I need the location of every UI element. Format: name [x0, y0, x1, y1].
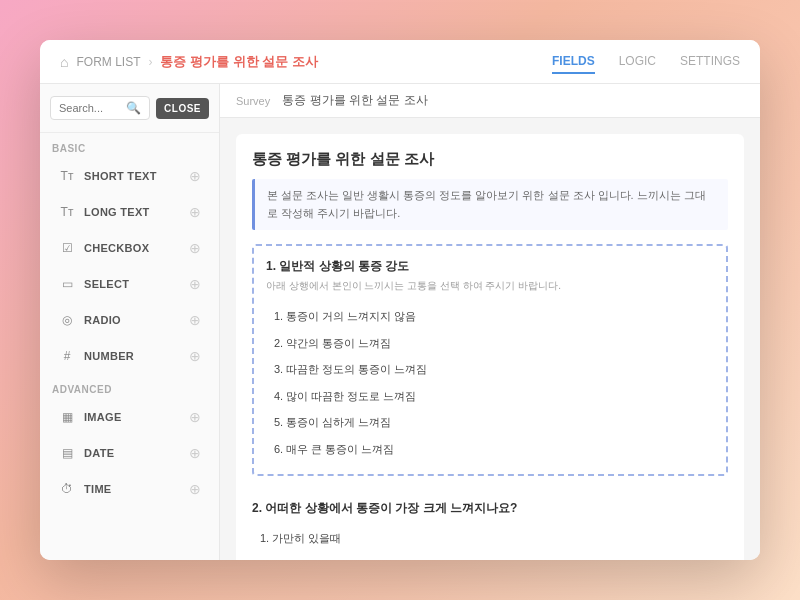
survey-bar-label: Survey: [236, 95, 270, 107]
question-1-subtitle: 아래 상행에서 본인이 느끼시는 고통을 선택 하여 주시기 바랍니다.: [266, 279, 714, 293]
field-item-number[interactable]: # NUMBER ⊕: [46, 339, 213, 373]
search-input[interactable]: [59, 102, 122, 114]
question-block-2: 2. 어떠한 상황에서 통증이 가장 크게 느껴지나요? 1. 가만히 있을때 …: [252, 488, 728, 560]
question-1-option-2[interactable]: 2. 약간의 통증이 느껴짐: [266, 330, 714, 357]
date-label: DATE: [84, 447, 114, 459]
search-area: 🔍 CLOSE: [40, 84, 219, 133]
field-item-short-text[interactable]: Tт SHORT TEXT ⊕: [46, 159, 213, 193]
question-2-option-2[interactable]: 2. 움직일때: [252, 552, 728, 560]
question-1-option-1[interactable]: 1. 통증이 거의 느껴지지 않음: [266, 303, 714, 330]
image-label: IMAGE: [84, 411, 122, 423]
time-add-icon[interactable]: ⊕: [189, 482, 201, 496]
number-label: NUMBER: [84, 350, 134, 362]
form-list-link[interactable]: FORM LIST: [76, 55, 140, 69]
question-1-option-4[interactable]: 4. 많이 따끔한 정도로 느껴짐: [266, 383, 714, 410]
short-text-icon: Tт: [58, 167, 76, 185]
header-tabs: FIELDS LOGIC SETTINGS: [552, 50, 740, 74]
current-form-title: 통증 평가를 위한 설문 조사: [160, 53, 317, 71]
radio-label: RADIO: [84, 314, 121, 326]
question-block-1: 1. 일반적 상황의 통증 강도 아래 상행에서 본인이 느끼시는 고통을 선택…: [252, 244, 728, 476]
long-text-add-icon[interactable]: ⊕: [189, 205, 201, 219]
radio-add-icon[interactable]: ⊕: [189, 313, 201, 327]
section-advanced-label: Advanced: [40, 374, 219, 399]
time-label: TIME: [84, 483, 111, 495]
field-item-image[interactable]: ▦ IMAGE ⊕: [46, 400, 213, 434]
survey-description: 본 설문 조사는 일반 생활시 통증의 정도를 알아보기 위한 설문 조사 입니…: [252, 179, 728, 230]
long-text-label: LONG TEXT: [84, 206, 150, 218]
short-text-label: SHORT TEXT: [84, 170, 157, 182]
image-icon: ▦: [58, 408, 76, 426]
survey-card: 통증 평가를 위한 설문 조사 본 설문 조사는 일반 생활시 통증의 정도를 …: [236, 134, 744, 560]
short-text-add-icon[interactable]: ⊕: [189, 169, 201, 183]
number-add-icon[interactable]: ⊕: [189, 349, 201, 363]
home-icon[interactable]: ⌂: [60, 54, 68, 70]
search-input-wrap: 🔍: [50, 96, 150, 120]
date-icon: ▤: [58, 444, 76, 462]
image-add-icon[interactable]: ⊕: [189, 410, 201, 424]
field-item-radio[interactable]: ◎ RADIO ⊕: [46, 303, 213, 337]
field-item-long-text[interactable]: Tт LONG TEXT ⊕: [46, 195, 213, 229]
app-window: ⌂ FORM LIST › 통증 평가를 위한 설문 조사 FIELDS LOG…: [40, 40, 760, 560]
survey-body: 통증 평가를 위한 설문 조사 본 설문 조사는 일반 생활시 통증의 정도를 …: [220, 118, 760, 560]
field-item-select[interactable]: ▭ SELECT ⊕: [46, 267, 213, 301]
checkbox-add-icon[interactable]: ⊕: [189, 241, 201, 255]
survey-header-bar: Survey 통증 평가를 위한 설문 조사: [220, 84, 760, 118]
tab-fields[interactable]: FIELDS: [552, 50, 595, 74]
survey-bar-title: 통증 평가를 위한 설문 조사: [282, 92, 427, 109]
question-2-option-1[interactable]: 1. 가만히 있을때: [252, 525, 728, 552]
checkbox-label: CHECKBOX: [84, 242, 149, 254]
long-text-icon: Tт: [58, 203, 76, 221]
sidebar: 🔍 CLOSE Basic Tт SHORT TEXT ⊕ Tт LONG TE…: [40, 84, 220, 560]
question-1-title: 1. 일반적 상황의 통증 강도: [266, 258, 714, 275]
survey-main-title: 통증 평가를 위한 설문 조사: [252, 150, 728, 169]
field-item-date[interactable]: ▤ DATE ⊕: [46, 436, 213, 470]
select-add-icon[interactable]: ⊕: [189, 277, 201, 291]
search-icon-button[interactable]: 🔍: [126, 101, 141, 115]
question-1-option-5[interactable]: 5. 통증이 심하게 느껴짐: [266, 409, 714, 436]
question-2-title: 2. 어떠한 상황에서 통증이 가장 크게 느껴지나요?: [252, 500, 728, 517]
tab-logic[interactable]: LOGIC: [619, 50, 656, 74]
breadcrumb: ⌂ FORM LIST › 통증 평가를 위한 설문 조사: [60, 53, 318, 71]
tab-settings[interactable]: SETTINGS: [680, 50, 740, 74]
field-item-checkbox[interactable]: ☑ CHECKBOX ⊕: [46, 231, 213, 265]
header: ⌂ FORM LIST › 통증 평가를 위한 설문 조사 FIELDS LOG…: [40, 40, 760, 84]
select-label: SELECT: [84, 278, 129, 290]
date-add-icon[interactable]: ⊕: [189, 446, 201, 460]
select-icon: ▭: [58, 275, 76, 293]
question-1-option-3[interactable]: 3. 따끔한 정도의 통증이 느껴짐: [266, 356, 714, 383]
main-content: Survey 통증 평가를 위한 설문 조사 통증 평가를 위한 설문 조사 본…: [220, 84, 760, 560]
time-icon: ⏱: [58, 480, 76, 498]
number-icon: #: [58, 347, 76, 365]
section-basic-label: Basic: [40, 133, 219, 158]
close-button[interactable]: CLOSE: [156, 98, 209, 119]
body: 🔍 CLOSE Basic Tт SHORT TEXT ⊕ Tт LONG TE…: [40, 84, 760, 560]
radio-icon: ◎: [58, 311, 76, 329]
field-item-time[interactable]: ⏱ TIME ⊕: [46, 472, 213, 506]
checkbox-icon: ☑: [58, 239, 76, 257]
breadcrumb-separator: ›: [148, 55, 152, 69]
question-1-option-6[interactable]: 6. 매우 큰 통증이 느껴짐: [266, 436, 714, 463]
